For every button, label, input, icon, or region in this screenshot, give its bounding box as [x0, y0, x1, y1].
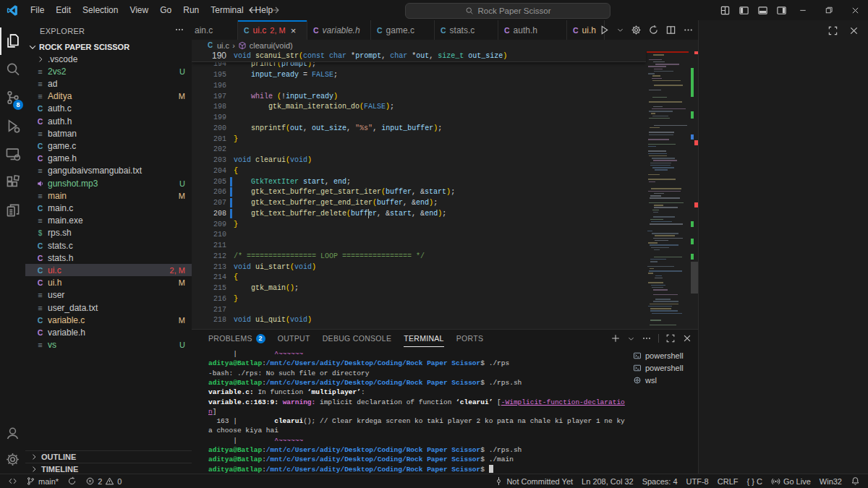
menu-go[interactable]: Go: [154, 0, 177, 20]
breadcrumb-file[interactable]: ui.c: [217, 41, 229, 50]
screen-full-icon[interactable]: [665, 333, 676, 343]
section-timeline[interactable]: TIMELINE: [25, 463, 192, 474]
file-rps.sh[interactable]: $rps.sh: [25, 227, 192, 239]
toggle-panel-bottom-icon[interactable]: [757, 5, 768, 16]
file-variable.c[interactable]: Cvariable.cM: [25, 314, 192, 326]
section-outline[interactable]: OUTLINE: [25, 450, 192, 463]
terminal-instance-powershell[interactable]: powershell: [633, 361, 697, 374]
file-.vscode[interactable]: .vscode: [25, 53, 192, 65]
file-auth.h[interactable]: Cauth.h: [25, 115, 192, 127]
activitybar-explorer[interactable]: [0, 27, 25, 55]
group-close-icon[interactable]: [848, 25, 859, 36]
tab-variable.h[interactable]: Cvariable.h: [307, 20, 371, 40]
plus-icon[interactable]: [610, 333, 621, 343]
toggle-sidebar-right-icon[interactable]: [776, 5, 787, 16]
file-user_data.txt[interactable]: ≡user_data.txt: [25, 301, 192, 314]
split-editor-icon[interactable]: [665, 25, 676, 35]
cursor-position[interactable]: Ln 208, Col 32: [578, 474, 637, 488]
run-icon[interactable]: [599, 25, 610, 35]
go-live[interactable]: Go Live: [767, 474, 814, 488]
terminal-instance-wsl[interactable]: wsl: [633, 374, 697, 386]
menu-run[interactable]: Run: [177, 0, 205, 20]
command-center-search[interactable]: Rock Paper Scissor: [405, 3, 610, 19]
remote-indicator[interactable]: [4, 474, 21, 488]
git-commit-status[interactable]: Not Committed Yet: [490, 474, 576, 488]
activitybar-search[interactable]: [0, 56, 25, 83]
file-main[interactable]: ≡mainM: [25, 189, 192, 202]
file-stats.h[interactable]: Cstats.h: [25, 252, 192, 264]
tab-auth.h[interactable]: Cauth.h: [498, 20, 567, 40]
gear-icon[interactable]: [631, 25, 642, 35]
minimap[interactable]: [646, 51, 691, 329]
language-mode[interactable]: { } C: [743, 474, 765, 488]
activitybar-references[interactable]: [0, 197, 25, 224]
file-gunshot.mp3[interactable]: gunshot.mp3U: [25, 177, 192, 189]
file-ad[interactable]: ≡ad: [25, 77, 192, 90]
file-variable.h[interactable]: Cvariable.h: [25, 326, 192, 338]
tab-stats.c[interactable]: Cstats.c: [435, 20, 498, 40]
history-forward-icon[interactable]: [269, 4, 281, 16]
menu-selection[interactable]: Selection: [77, 0, 124, 20]
overview-ruler-scrollbar[interactable]: [691, 51, 698, 329]
close-button[interactable]: [842, 0, 868, 20]
menu-view[interactable]: View: [124, 0, 154, 20]
restore-button[interactable]: [816, 0, 842, 20]
file-ui.h[interactable]: Cui.hM: [25, 277, 192, 289]
breadcrumb-symbol[interactable]: clearui(void): [250, 41, 293, 50]
explorer-root-folder[interactable]: ROCK PAPER SCISSOR: [25, 40, 192, 53]
more-actions-icon[interactable]: [174, 25, 184, 35]
file-gangubaivsmangubai.txt[interactable]: ≡gangubaivsmangubai.txt: [25, 165, 192, 177]
toggle-sidebar-left-icon[interactable]: [739, 5, 749, 16]
activitybar-source-control[interactable]: 8: [0, 84, 25, 111]
file-main.exe[interactable]: ≡main.exe: [25, 215, 192, 227]
notifications[interactable]: [847, 474, 864, 488]
code-editor[interactable]: 194 printf(prompt);195 input_ready = FAL…: [192, 51, 698, 329]
terminal-output[interactable]: | ^~~~~~~aditya@Batlap:/mnt/c/Users/adit…: [192, 347, 698, 474]
history-back-icon[interactable]: [247, 4, 259, 16]
tab-main-c-partial[interactable]: ain.c: [192, 20, 238, 40]
menu-file[interactable]: File: [25, 0, 50, 20]
more-icon[interactable]: [683, 25, 694, 35]
tab-game.c[interactable]: Cgame.c: [371, 20, 435, 40]
activitybar-account[interactable]: [0, 419, 25, 447]
menu-edit[interactable]: Edit: [50, 0, 77, 20]
sync-icon[interactable]: [648, 25, 659, 35]
file-game.c[interactable]: Cgame.c: [25, 140, 192, 152]
chevron-down-icon[interactable]: [627, 335, 635, 343]
activitybar-extensions[interactable]: [0, 168, 25, 196]
file-game.h[interactable]: Cgame.h: [25, 153, 192, 165]
activitybar-remote-explorer[interactable]: [0, 140, 25, 168]
panel-tab-output[interactable]: OUTPUT: [278, 330, 310, 347]
file-main.c[interactable]: Cmain.c: [25, 202, 192, 214]
file-stats.c[interactable]: Cstats.c: [25, 239, 192, 252]
file-vs[interactable]: ≡vsU: [25, 339, 192, 351]
scrollbar-thumb[interactable]: [691, 262, 698, 294]
panel-tab-terminal[interactable]: TERMINAL: [404, 330, 444, 347]
file-auth.c[interactable]: Cauth.c: [25, 103, 192, 115]
eol[interactable]: CRLF: [714, 474, 742, 488]
minimize-button[interactable]: [790, 0, 816, 20]
git-branch[interactable]: main*: [22, 474, 62, 488]
file-user[interactable]: ≡user: [25, 289, 192, 301]
platform[interactable]: Win32: [816, 474, 846, 488]
file-Aditya[interactable]: ≡AdityaM: [25, 90, 192, 103]
close-icon[interactable]: [682, 333, 692, 343]
git-sync[interactable]: [64, 474, 80, 488]
file-batman[interactable]: ≡batman: [25, 127, 192, 140]
more-icon[interactable]: [642, 333, 652, 343]
panel-tab-ports[interactable]: PORTS: [456, 330, 483, 347]
file-ui.c[interactable]: Cui.c2, M: [25, 264, 192, 276]
panel-tab-problems[interactable]: PROBLEMS2: [208, 330, 265, 347]
tab-close-icon[interactable]: ×: [291, 25, 297, 36]
customize-layout-icon[interactable]: [720, 5, 731, 16]
chevron-down-icon[interactable]: [616, 26, 624, 34]
activitybar-settings[interactable]: [0, 445, 25, 473]
terminal-instance-powershell[interactable]: powershell: [633, 349, 697, 361]
indentation[interactable]: Spaces: 4: [639, 474, 681, 488]
tab-ui.c[interactable]: Cui.c2, M×: [238, 20, 307, 40]
group-screen-full-icon[interactable]: [827, 25, 838, 36]
file-2vs2[interactable]: ≡2vs2U: [25, 65, 192, 77]
menu-terminal[interactable]: Terminal: [205, 0, 249, 20]
activitybar-run-debug[interactable]: [0, 112, 25, 140]
panel-tab-debug-console[interactable]: DEBUG CONSOLE: [323, 330, 392, 347]
